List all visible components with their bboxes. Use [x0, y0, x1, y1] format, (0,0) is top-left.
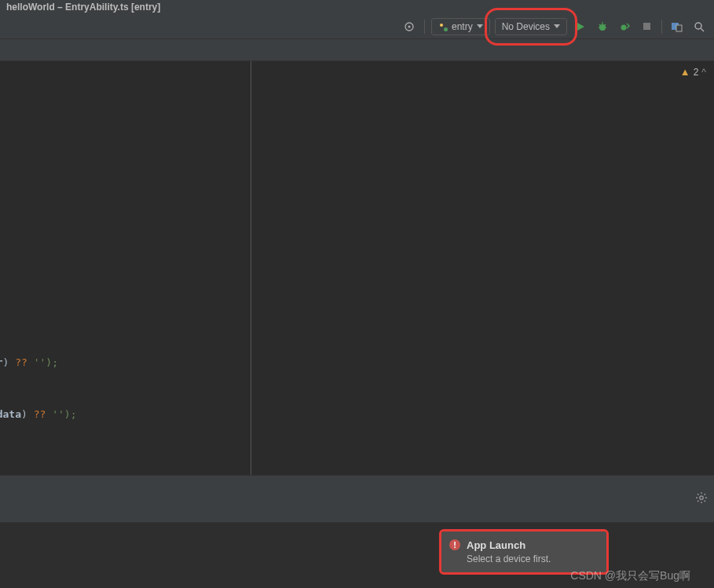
notification-popup[interactable]: ! App Launch Select a device first. — [441, 531, 606, 572]
attach-debugger-button[interactable] — [616, 18, 633, 35]
svg-point-14 — [700, 496, 703, 499]
svg-rect-11 — [676, 25, 682, 31]
chevron-up-icon: ^ — [701, 67, 706, 78]
svg-line-21 — [698, 501, 699, 502]
svg-rect-9 — [643, 23, 650, 30]
chevron-down-icon — [477, 24, 483, 28]
tool-panel-strip — [0, 475, 714, 522]
run-config-label: entry — [452, 21, 473, 32]
status-bar: ! App Launch Select a device first. CSDN… — [0, 522, 714, 588]
code-line: lic}s', JSON.stringify(err) ?? ''); — [0, 356, 58, 370]
search-icon[interactable] — [690, 18, 708, 35]
tab-strip — [0, 39, 714, 61]
svg-point-1 — [408, 25, 410, 27]
run-button[interactable] — [572, 18, 589, 35]
svg-line-22 — [705, 494, 706, 495]
run-config-selector[interactable]: entry — [431, 18, 490, 35]
preview-pane: ▲ 2 ^ — [251, 61, 714, 475]
device-selector[interactable]: No Devices — [495, 18, 567, 35]
svg-point-8 — [621, 24, 627, 30]
debug-button[interactable] — [594, 18, 611, 35]
error-icon: ! — [449, 539, 460, 550]
device-manager-icon[interactable] — [668, 18, 686, 35]
svg-line-7 — [604, 24, 606, 26]
svg-line-13 — [701, 28, 704, 31]
target-icon[interactable] — [401, 18, 418, 35]
notification-body: Select a device first. — [467, 553, 597, 564]
stop-button[interactable] — [638, 18, 655, 35]
warning-count: 2 — [694, 67, 699, 78]
window-title: helloWorld – EntryAbility.ts [entry] — [6, 2, 160, 13]
main-toolbar: entry No Devices — [0, 14, 714, 39]
svg-line-6 — [599, 24, 601, 26]
separator — [661, 20, 662, 34]
editor-area: lic}s', JSON.stringify(err) ?? ''); ubli… — [0, 61, 714, 475]
inspection-widget[interactable]: ▲ 2 ^ — [676, 64, 711, 79]
separator — [424, 20, 425, 34]
device-label: No Devices — [502, 21, 550, 32]
notification-title: App Launch — [467, 539, 597, 551]
chevron-down-icon — [554, 24, 560, 28]
title-bar: helloWorld – EntryAbility.ts [entry] — [0, 0, 714, 14]
warning-icon: ▲ — [680, 66, 690, 78]
svg-line-19 — [698, 494, 699, 495]
module-icon — [438, 22, 448, 31]
code-pane[interactable]: lic}s', JSON.stringify(err) ?? ''); ubli… — [0, 61, 251, 475]
svg-line-20 — [705, 501, 706, 502]
scrollbar[interactable] — [705, 83, 714, 475]
gear-icon[interactable] — [695, 491, 708, 506]
code-line: ublic}s', JSON.stringify(data) ?? ''); — [0, 407, 76, 422]
svg-point-12 — [695, 23, 701, 29]
